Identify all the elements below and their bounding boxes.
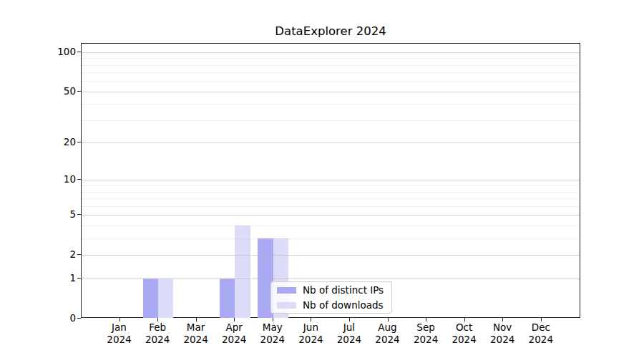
gridline-y-9 bbox=[82, 185, 580, 186]
gridline-y-8 bbox=[82, 192, 580, 193]
x-tick-label-feb: Feb2024 bbox=[136, 321, 179, 345]
bar-ips-feb bbox=[143, 279, 158, 319]
gridline-y-3 bbox=[82, 238, 580, 239]
x-tick-label-jul: Jul2024 bbox=[328, 321, 371, 345]
y-tick-label-10: 10 bbox=[0, 173, 76, 185]
y-tick-mark bbox=[77, 142, 81, 142]
gridline-y-1 bbox=[82, 279, 580, 279]
x-tick-label-jan: Jan2024 bbox=[98, 321, 141, 345]
gridline-y-60 bbox=[82, 81, 580, 82]
gridline-y-40 bbox=[82, 104, 580, 105]
x-tick-label-mar: Mar2024 bbox=[175, 321, 218, 345]
gridline-y-7 bbox=[82, 198, 580, 199]
y-tick-label-50: 50 bbox=[0, 85, 76, 97]
x-tick-label-dec: Dec2024 bbox=[519, 321, 562, 345]
gridline-y-10 bbox=[82, 180, 580, 180]
bar-downloads-apr bbox=[235, 226, 250, 319]
gridline-y-100 bbox=[82, 52, 580, 53]
legend-item: Nb of distinct IPs bbox=[277, 284, 386, 296]
y-tick-label-2: 2 bbox=[0, 248, 76, 260]
legend-swatch-downloads bbox=[277, 302, 296, 309]
x-tick-label-aug: Aug2024 bbox=[366, 321, 409, 345]
chart-title: DataExplorer 2024 bbox=[81, 24, 580, 40]
legend-swatch-ips bbox=[277, 287, 296, 294]
bar-downloads-feb bbox=[158, 279, 173, 319]
gridline-y-80 bbox=[82, 65, 580, 66]
y-tick-mark bbox=[77, 52, 81, 52]
legend-label: Nb of downloads bbox=[303, 299, 384, 311]
y-tick-mark bbox=[77, 278, 81, 279]
gridline-y-70 bbox=[82, 72, 580, 73]
y-tick-label-20: 20 bbox=[0, 136, 76, 147]
gridline-y-20 bbox=[82, 142, 580, 143]
y-tick-mark bbox=[77, 91, 81, 92]
gridline-y-2 bbox=[82, 255, 580, 256]
y-tick-mark bbox=[77, 179, 81, 180]
y-tick-label-5: 5 bbox=[0, 208, 76, 220]
x-tick-label-oct: Oct2024 bbox=[443, 321, 486, 345]
y-tick-label-1: 1 bbox=[0, 272, 76, 284]
y-tick-label-100: 100 bbox=[0, 46, 76, 57]
plot-area: Nb of distinct IPsNb of downloads bbox=[81, 43, 580, 318]
y-tick-label-0: 0 bbox=[0, 312, 76, 324]
gridline-y-50 bbox=[82, 92, 580, 92]
legend: Nb of distinct IPsNb of downloads bbox=[270, 281, 392, 314]
gridline-y-5 bbox=[82, 215, 580, 216]
x-tick-label-apr: Apr2024 bbox=[213, 321, 255, 345]
gridline-y-90 bbox=[82, 58, 580, 59]
chart-figure: DataExplorer 2024 Nb of distinct IPsNb o… bbox=[0, 0, 644, 358]
x-tick-label-sep: Sep2024 bbox=[404, 321, 447, 345]
x-tick-label-may: May2024 bbox=[251, 321, 294, 345]
gridline-y-4 bbox=[82, 226, 580, 226]
bar-ips-apr bbox=[220, 279, 235, 319]
x-tick-label-jun: Jun2024 bbox=[289, 321, 332, 345]
x-tick-label-nov: Nov2024 bbox=[481, 321, 524, 345]
y-tick-mark bbox=[77, 254, 81, 255]
y-tick-mark bbox=[77, 318, 81, 319]
legend-item: Nb of downloads bbox=[277, 299, 386, 311]
gridline-y-6 bbox=[82, 206, 580, 207]
gridline-y-30 bbox=[82, 120, 580, 121]
legend-label: Nb of distinct IPs bbox=[303, 284, 384, 296]
y-tick-mark bbox=[77, 214, 81, 215]
